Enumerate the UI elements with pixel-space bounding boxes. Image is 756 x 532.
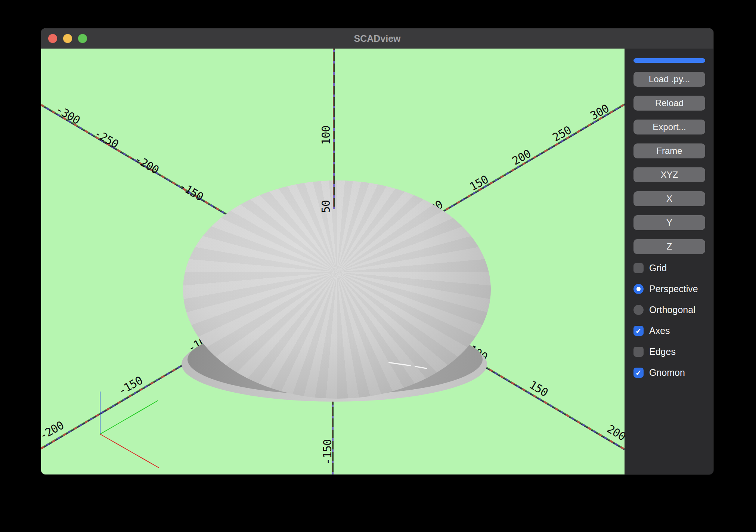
toggle-label: Orthogonal: [649, 304, 695, 315]
gnomon-z-axis: [100, 392, 100, 434]
button-stack: Load .py...ReloadExport...FrameXYZXYZ: [633, 72, 705, 254]
toggle-row-gnomon[interactable]: ✓Gnomon: [633, 368, 705, 378]
orthogonal-radio[interactable]: [633, 305, 644, 315]
axis-y-label--200: -200: [41, 418, 66, 442]
sidebar-button-x[interactable]: X: [633, 191, 705, 206]
axis-y-label-200: 200: [510, 147, 533, 167]
sidebar-button-reload[interactable]: Reload: [633, 96, 705, 111]
window-title: SCADview: [41, 28, 713, 49]
sidebar-button-export[interactable]: Export...: [633, 120, 705, 134]
toggle-row-grid[interactable]: Grid: [633, 263, 705, 273]
axis-x-label--250: -250: [92, 126, 121, 151]
toggle-row-axes[interactable]: ✓Axes: [633, 326, 705, 336]
edges-checkbox[interactable]: [633, 347, 644, 357]
app-window: SCADview -300-250-200-150100150200300250…: [41, 28, 713, 474]
3d-viewport[interactable]: -300-250-200-150100150200300250200150100…: [41, 49, 625, 474]
sidebar-button-load-py[interactable]: Load .py...: [633, 72, 705, 87]
axis-x-label--300: -300: [54, 102, 83, 127]
z-axis-line-top: [333, 49, 335, 209]
sidebar-button-frame[interactable]: Frame: [633, 143, 705, 158]
axis-y-label-250: 250: [550, 123, 573, 144]
sidebar-button-xyz[interactable]: XYZ: [633, 167, 705, 182]
axis-z-label-100: 100: [319, 126, 332, 145]
toggle-stack: GridPerspectiveOrthogonal✓AxesEdges✓Gnom…: [633, 263, 705, 378]
toggle-label: Edges: [649, 346, 676, 357]
toggle-label: Axes: [649, 325, 670, 336]
control-sidebar: Load .py...ReloadExport...FrameXYZXYZ Gr…: [625, 49, 713, 474]
title-bar[interactable]: SCADview: [41, 28, 713, 49]
axis-x-label-150: 150: [527, 378, 550, 399]
sidebar-button-z[interactable]: Z: [633, 239, 705, 254]
gnomon-x-axis: [100, 434, 159, 468]
toggle-label: Grid: [649, 263, 667, 273]
axis-y-label--150: -150: [116, 374, 145, 398]
gnomon-y-axis: [100, 400, 158, 434]
axis-z-label--150: -150: [321, 439, 334, 465]
sidebar-button-y[interactable]: Y: [633, 215, 705, 230]
toggle-label: Perspective: [649, 284, 698, 294]
axis-y-label-300: 300: [588, 102, 611, 122]
gnomon-checkbox[interactable]: ✓: [633, 368, 644, 378]
grid-checkbox[interactable]: [633, 263, 644, 273]
axis-y-label-150: 150: [467, 173, 490, 193]
progress-bar: [633, 58, 705, 63]
toggle-label: Gnomon: [649, 367, 685, 378]
axes-checkbox[interactable]: ✓: [633, 326, 644, 336]
toggle-row-edges[interactable]: Edges: [633, 347, 705, 357]
perspective-radio[interactable]: [633, 284, 644, 294]
object-dome: [183, 180, 491, 399]
axis-z-label-50: 50: [319, 200, 332, 213]
toggle-row-orthogonal[interactable]: Orthogonal: [633, 305, 705, 315]
toggle-row-perspective[interactable]: Perspective: [633, 284, 705, 294]
